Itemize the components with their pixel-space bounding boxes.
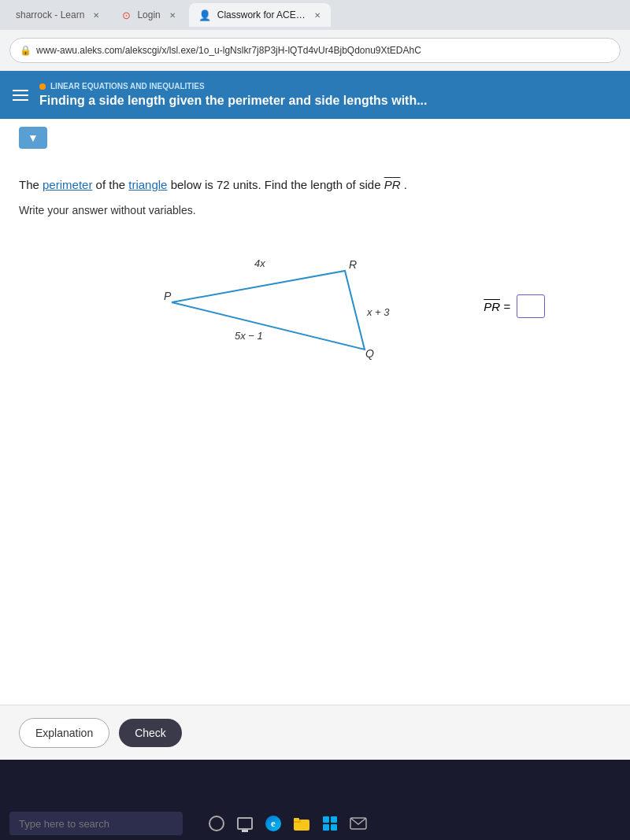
bottom-bar: Explanation Check bbox=[0, 705, 630, 760]
header-title: Finding a side length given the perimete… bbox=[39, 94, 617, 108]
svg-text:x + 3: x + 3 bbox=[366, 306, 390, 318]
tab-sharrock[interactable]: sharrock - Learn ✕ bbox=[6, 3, 111, 27]
hamburger-line-2 bbox=[13, 94, 28, 96]
text-mid1: of the bbox=[96, 178, 126, 191]
dropdown-area: ▼ bbox=[0, 127, 630, 149]
problem-statement: The perimeter of the triangle below is 7… bbox=[19, 176, 611, 194]
instruction-text: Write your answer without variables. bbox=[19, 204, 611, 216]
header-subtitle: LINEAR EQUATIONS AND INEQUALITIES bbox=[39, 82, 617, 91]
dropdown-button[interactable]: ▼ bbox=[19, 127, 47, 149]
text-before: The bbox=[19, 178, 39, 191]
svg-text:P: P bbox=[164, 290, 172, 302]
file-explorer-icon[interactable] bbox=[293, 815, 310, 832]
text-mid2: below is 72 units. Find the length of si… bbox=[171, 178, 381, 191]
tab-classwork[interactable]: 👤 Classwork for ACE Orientation C ✕ bbox=[189, 3, 331, 27]
task-view-icon[interactable] bbox=[236, 815, 254, 832]
address-bar-row: 🔒 www-awu.aleks.com/alekscgi/x/lsl.exe/1… bbox=[0, 30, 630, 71]
explanation-button[interactable]: Explanation bbox=[19, 718, 109, 748]
tab-classwork-label: Classwork for ACE Orientation C bbox=[217, 9, 308, 20]
lock-icon: 🔒 bbox=[20, 45, 32, 56]
perimeter-link[interactable]: perimeter bbox=[43, 178, 92, 191]
tab-sharrock-close[interactable]: ✕ bbox=[91, 9, 102, 20]
tab-login-close[interactable]: ✕ bbox=[167, 9, 178, 20]
pr-answer-input[interactable] bbox=[517, 294, 545, 318]
chevron-down-icon: ▼ bbox=[28, 131, 39, 144]
browser-chrome: sharrock - Learn ✕ ⊙ Login ✕ 👤 Classwork… bbox=[0, 0, 630, 71]
tab-login[interactable]: ⊙ Login ✕ bbox=[113, 3, 187, 27]
orange-dot bbox=[39, 83, 46, 90]
aleks-header: LINEAR EQUATIONS AND INEQUALITIES Findin… bbox=[0, 71, 630, 119]
windows-start-icon[interactable] bbox=[321, 815, 339, 832]
svg-text:4x: 4x bbox=[254, 257, 265, 269]
edge-browser-icon[interactable] bbox=[265, 815, 282, 832]
taskbar bbox=[0, 807, 630, 840]
address-bar[interactable]: 🔒 www-awu.aleks.com/alekscgi/x/lsl.exe/1… bbox=[9, 38, 621, 63]
tab-bar: sharrock - Learn ✕ ⊙ Login ✕ 👤 Classwork… bbox=[0, 0, 630, 30]
hamburger-line-3 bbox=[13, 99, 28, 101]
text-end: . bbox=[404, 178, 407, 191]
triangle-diagram: P R Q 4x x + 3 5x − 1 bbox=[164, 251, 400, 377]
taskbar-search-input[interactable] bbox=[9, 812, 183, 835]
address-text: www-awu.aleks.com/alekscgi/x/lsl.exe/1o_… bbox=[36, 45, 421, 56]
svg-rect-8 bbox=[294, 818, 299, 821]
tab-login-label: Login bbox=[137, 9, 160, 20]
cortana-icon[interactable] bbox=[208, 815, 225, 832]
problem-content: The perimeter of the triangle below is 7… bbox=[0, 157, 630, 393]
pr-equals-label: PR = bbox=[484, 300, 510, 313]
content-area: LINEAR EQUATIONS AND INEQUALITIES Findin… bbox=[0, 71, 630, 760]
hamburger-menu[interactable] bbox=[13, 90, 28, 101]
hamburger-line-1 bbox=[13, 90, 28, 91]
taskbar-icons bbox=[208, 815, 367, 832]
tab-classwork-close[interactable]: ✕ bbox=[314, 9, 321, 20]
answer-section: PR = bbox=[484, 294, 545, 318]
tab-sharrock-label: sharrock - Learn bbox=[16, 9, 84, 20]
check-button[interactable]: Check bbox=[119, 719, 182, 747]
svg-text:5x − 1: 5x − 1 bbox=[235, 330, 263, 342]
mail-icon[interactable] bbox=[350, 815, 367, 832]
diagram-area: P R Q 4x x + 3 5x − 1 PR = bbox=[38, 235, 592, 377]
svg-text:Q: Q bbox=[365, 347, 374, 360]
triangle-link[interactable]: triangle bbox=[128, 178, 167, 191]
side-label: PR bbox=[384, 178, 401, 191]
svg-text:R: R bbox=[349, 258, 357, 271]
